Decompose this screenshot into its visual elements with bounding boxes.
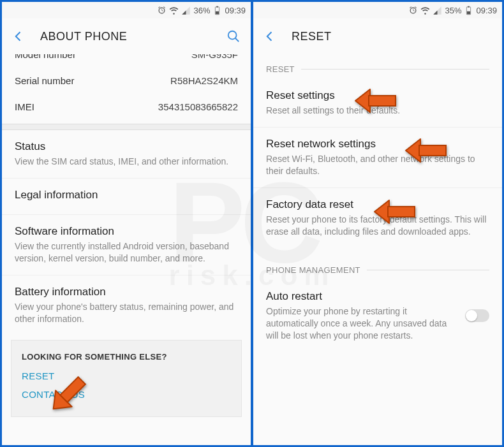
status-bar: 35% 09:39 <box>253 2 502 18</box>
content-area: RESET Reset settings Reset all settings … <box>253 54 502 445</box>
search-icon[interactable] <box>226 29 241 43</box>
item-desc: Optimize your phone by restarting it aut… <box>266 305 457 342</box>
back-icon[interactable] <box>263 30 276 43</box>
item-legal[interactable]: Legal information <box>2 179 251 215</box>
item-title: Factory data reset <box>266 198 489 211</box>
signal-icon <box>181 6 191 15</box>
svg-rect-2 <box>216 11 219 13</box>
info-row-model: Model number SM-G935F <box>2 54 251 68</box>
item-factory-reset[interactable]: Factory data reset Reset your phone to i… <box>253 188 502 248</box>
item-title: Auto restart <box>266 290 457 303</box>
item-reset-settings[interactable]: Reset settings Reset all settings to the… <box>253 79 502 128</box>
info-value: SM-G935F <box>191 54 238 60</box>
item-desc: View the currently installed Android ver… <box>15 240 238 265</box>
status-bar: 36% 09:39 <box>2 2 251 18</box>
info-label: IMEI <box>15 101 34 112</box>
item-title: Battery information <box>15 286 238 298</box>
item-desc: View your phone's battery status, remain… <box>15 301 238 325</box>
item-title: Legal information <box>15 189 238 202</box>
section-header-phone-mgmt: PHONE MANAGEMENT <box>253 255 502 280</box>
item-title: Reset network settings <box>266 138 489 150</box>
section-header-reset: RESET <box>253 54 502 79</box>
info-row-serial: Serial number R58HA2S24KM <box>2 68 251 94</box>
info-label: Model number <box>15 54 76 60</box>
battery-icon <box>464 6 473 15</box>
item-title: Reset settings <box>266 89 489 102</box>
info-value: 354315083665822 <box>158 101 238 112</box>
alarm-icon <box>157 6 167 15</box>
divider <box>2 124 251 130</box>
wifi-icon <box>420 6 430 15</box>
item-reset-network[interactable]: Reset network settings Reset Wi-Fi, Blue… <box>253 128 502 188</box>
info-row-imei: IMEI 354315083665822 <box>2 94 251 124</box>
item-status[interactable]: Status View the SIM card status, IMEI, a… <box>2 130 251 179</box>
item-title: Software information <box>15 225 238 238</box>
toggle-auto-restart[interactable] <box>465 309 489 322</box>
item-desc: Reset your phone to its factory default … <box>266 214 489 238</box>
alarm-icon <box>408 6 418 15</box>
item-battery[interactable]: Battery information View your phone's ba… <box>2 275 251 335</box>
battery-icon <box>212 6 222 15</box>
svg-rect-1 <box>217 6 219 7</box>
info-value: R58HA2S24KM <box>170 75 238 86</box>
app-bar: ABOUT PHONE <box>2 18 251 54</box>
svg-point-3 <box>228 31 237 40</box>
signal-icon <box>433 6 442 15</box>
item-title: Status <box>15 140 238 153</box>
time: 09:39 <box>476 6 497 15</box>
battery-percent: 36% <box>193 6 210 15</box>
footer-heading: LOOKING FOR SOMETHING ELSE? <box>22 352 231 362</box>
item-desc: Reset Wi-Fi, Bluetooth, and other networ… <box>266 153 489 177</box>
item-desc: Reset all settings to their defaults. <box>266 105 489 117</box>
app-bar: RESET <box>253 18 502 54</box>
footer-card: LOOKING FOR SOMETHING ELSE? RESET CONTAC… <box>11 340 242 417</box>
item-desc: View the SIM card status, IMEI, and othe… <box>15 156 238 168</box>
item-software[interactable]: Software information View the currently … <box>2 215 251 275</box>
back-icon[interactable] <box>12 30 25 43</box>
page-title: ABOUT PHONE <box>40 30 211 43</box>
link-reset[interactable]: RESET <box>22 370 231 381</box>
wifi-icon <box>169 6 179 15</box>
time: 09:39 <box>225 6 246 15</box>
info-label: Serial number <box>15 75 74 86</box>
page-title: RESET <box>292 30 492 43</box>
battery-percent: 35% <box>445 6 461 15</box>
svg-rect-5 <box>468 6 470 7</box>
link-contact-us[interactable]: CONTACT US <box>22 389 231 400</box>
phone-left: 36% 09:39 ABOUT PHONE Model number SM-G9… <box>2 2 251 445</box>
phone-right: 35% 09:39 RESET RESET Reset settings Res… <box>253 2 502 445</box>
svg-rect-6 <box>467 11 470 13</box>
item-auto-restart[interactable]: Auto restart Optimize your phone by rest… <box>253 280 502 352</box>
content-area: Model number SM-G935F Serial number R58H… <box>2 54 251 445</box>
